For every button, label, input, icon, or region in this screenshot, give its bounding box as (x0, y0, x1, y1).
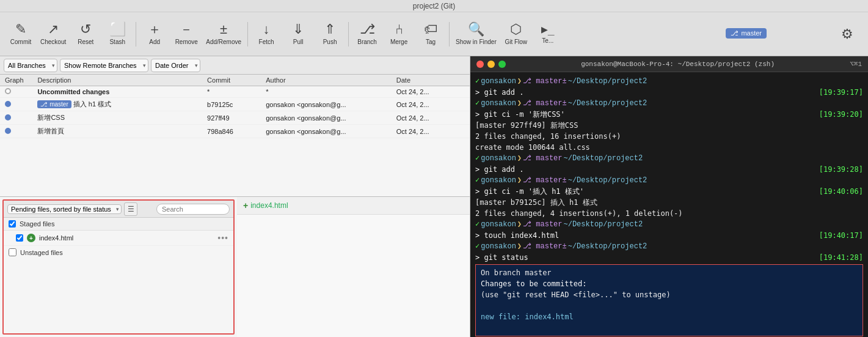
add-icon: ＋ (148, 23, 161, 36)
file-item-checkbox[interactable] (16, 234, 23, 242)
prompt-path: ~/Desktop/project2 (568, 76, 647, 87)
checkout-icon: ↗ (48, 23, 59, 36)
prompt-arrow: ❯ (517, 219, 522, 230)
graph-dot (5, 88, 11, 94)
prompt-branch: ⎇ master± (523, 175, 567, 186)
file-status-select-wrap: Pending files, sorted by file status (7, 204, 122, 214)
terminal-cmd-line: > git add .[19:39:17] (475, 87, 863, 98)
file-add-icon: + (27, 234, 35, 242)
staged-section-header: Staged files (4, 218, 233, 231)
terminal-output: 2 files changed, 16 insertions(+) (475, 131, 863, 142)
file-item-index4[interactable]: + index4.html ••• (4, 231, 233, 246)
prompt-user: gonsakon (481, 219, 516, 230)
branch-button[interactable]: ⎇ Branch (351, 15, 383, 54)
table-row[interactable]: ⎇ master 插入 h1 樣式b79125cgonsakon <gonsak… (0, 98, 470, 111)
toolbar-divider-2 (247, 22, 248, 46)
remove-button[interactable]: － Remove (170, 15, 202, 54)
staged-label: Staged files (20, 220, 54, 228)
terminal-cmd: > git ci -m '新增CSS' (475, 109, 565, 120)
prompt-checkmark: ✓ (475, 241, 480, 252)
checkout-label: Checkout (40, 39, 66, 45)
date-cell: Oct 24, 2... (392, 98, 470, 111)
stash-button[interactable]: ⬜ Stash (101, 15, 133, 54)
merge-button[interactable]: ⑃ Merge (383, 15, 415, 54)
show-in-finder-button[interactable]: 🔍 Show in Finder (452, 15, 500, 54)
branch-filter-select[interactable]: All Branches (4, 59, 57, 72)
terminal-button[interactable]: ▶_ Te... (532, 15, 564, 54)
file-status-header: Pending files, sorted by file status ☰ (4, 201, 233, 218)
commit-table-header: Graph Description Commit Author Date (0, 75, 470, 86)
prompt-arrow: ❯ (517, 98, 522, 109)
add-remove-button[interactable]: ± Add/Remove (202, 15, 245, 54)
settings-button[interactable]: ⚙ (831, 15, 863, 54)
pull-button[interactable]: ⇓ Pull (282, 15, 314, 54)
branch-selector[interactable]: ⎇ master (722, 13, 770, 53)
add-label: Add (149, 39, 160, 45)
traffic-light-green[interactable] (498, 61, 506, 68)
terminal-highlight-line: Changes to be committed: (481, 278, 858, 289)
fetch-label: Fetch (259, 39, 274, 45)
list-view-button[interactable]: ☰ (124, 202, 137, 216)
terminal-output: [master b79125c] 插入 h1 樣式 (475, 197, 863, 208)
prompt-checkmark: ✓ (475, 76, 480, 87)
table-row[interactable]: 新增CSS927ff49gonsakon <gonsakon@g...Oct 2… (0, 111, 470, 125)
terminal-titlebar: gonsakon@MacBook-Pro-4: ~/Desktop/projec… (470, 56, 868, 72)
file-search-input[interactable] (156, 204, 230, 215)
staged-checkbox[interactable] (9, 220, 16, 228)
git-gui-panel: All Branches Show Remote Branches Date O… (0, 56, 470, 337)
terminal-body: ✓ gonsakon ❯ ⎇ master± ~/Desktop/project… (470, 72, 868, 337)
terminal-shortcut: ⌥⌘1 (850, 60, 862, 68)
finder-label: Show in Finder (456, 39, 497, 45)
terminal-cmd-line: > git ci -m '插入 h1 樣式'[19:40:06] (475, 186, 863, 197)
terminal-prompt-line: ✓ gonsakon ❯ ⎇ master± ~/Desktop/project… (475, 175, 863, 186)
terminal-prompt-line: ✓ gonsakon ❯ ⎇ master ~/Desktop/project2 (475, 219, 863, 230)
toolbar-divider-3 (348, 22, 349, 46)
reset-button[interactable]: ↺ Reset (70, 15, 101, 54)
unstaged-checkbox[interactable] (9, 248, 16, 256)
description-cell: ⎇ master 插入 h1 樣式 (32, 98, 202, 111)
toolbar-divider-4 (449, 22, 450, 46)
tag-button[interactable]: 🏷 Tag (415, 15, 447, 54)
finder-icon: 🔍 (468, 23, 484, 36)
stash-icon: ⬜ (109, 23, 126, 36)
traffic-light-yellow[interactable] (487, 61, 495, 68)
terminal-highlight-block: On branch masterChanges to be committed:… (475, 264, 863, 336)
git-flow-button[interactable]: ⬡ Git Flow (500, 15, 532, 54)
table-row[interactable]: Uncommitted changes**Oct 24, 2... (0, 86, 470, 98)
commit-cell: 927ff49 (202, 111, 261, 125)
prompt-branch: ⎇ master± (523, 241, 567, 252)
pull-icon: ⇓ (293, 23, 304, 36)
terminal-highlight-line: On branch master (481, 267, 858, 278)
push-button[interactable]: ⇑ Push (314, 15, 346, 54)
add-button[interactable]: ＋ Add (139, 15, 170, 54)
prompt-branch: ⎇ master± (523, 76, 567, 87)
reset-label: Reset (78, 39, 93, 45)
pull-label: Pull (293, 39, 304, 45)
terminal-cmd-line: > git ci -m '新增CSS'[19:39:20] (475, 109, 863, 120)
graph-cell (0, 86, 32, 98)
file-status-select[interactable]: Pending files, sorted by file status (7, 204, 122, 214)
terminal-prompt-line: ✓ gonsakon ❯ ⎇ master± ~/Desktop/project… (475, 98, 863, 109)
branch-icon-small: ⎇ (731, 29, 739, 37)
commit-button[interactable]: ✎ Commit (5, 15, 37, 54)
window-titlebar: project2 (Git) (0, 0, 868, 12)
terminal-time: [19:39:20] (819, 109, 863, 120)
prompt-path: ~/Desktop/project2 (568, 98, 647, 109)
remote-filter-select[interactable]: Show Remote Branches (60, 59, 148, 72)
prompt-arrow: ❯ (517, 175, 522, 186)
traffic-light-red[interactable] (476, 61, 484, 68)
terminal-panel: gonsakon@MacBook-Pro-4: ~/Desktop/projec… (470, 56, 868, 337)
commit-table: Graph Description Commit Author Date Unc… (0, 75, 470, 138)
stash-label: Stash (109, 39, 125, 45)
file-options-button[interactable]: ••• (217, 233, 228, 243)
branch-name: master (741, 29, 762, 37)
graph-cell (0, 111, 32, 125)
file-status-panel: Pending files, sorted by file status ☰ S… (2, 199, 235, 335)
prompt-checkmark: ✓ (475, 175, 480, 186)
checkout-button[interactable]: ↗ Checkout (37, 15, 70, 54)
table-row[interactable]: 新增首頁798a846gonsakon <gonsakon@g...Oct 24… (0, 125, 470, 138)
date-order-select[interactable]: Date Order (151, 59, 200, 72)
remove-icon: － (180, 23, 193, 36)
fetch-button[interactable]: ↓ Fetch (250, 15, 282, 54)
branch-badge[interactable]: ⎇ master (726, 28, 767, 39)
